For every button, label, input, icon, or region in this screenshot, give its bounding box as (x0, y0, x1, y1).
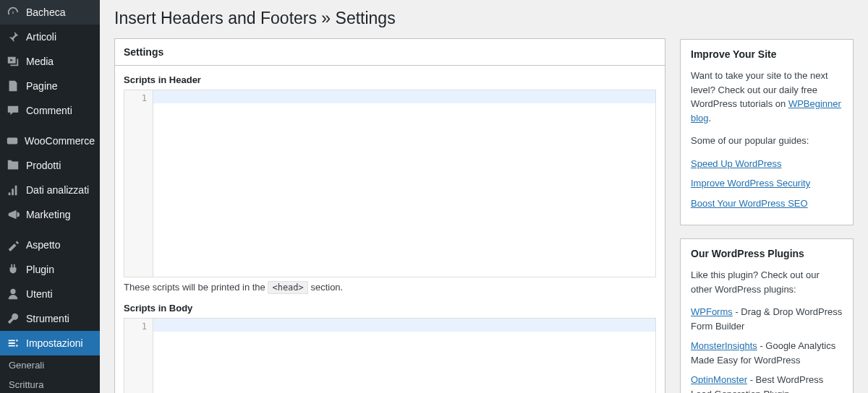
menu-item-label: Aspetto (26, 239, 60, 251)
menu-item-commenti[interactable]: Commenti (0, 98, 100, 123)
menu-item-impostazioni[interactable]: Impostazioni (0, 331, 100, 355)
plugins-title: Our WordPress Plugins (691, 248, 843, 259)
appearance-icon (6, 238, 20, 252)
menu-item-label: Pagine (26, 80, 58, 92)
scripts-body-input[interactable] (153, 319, 655, 393)
scripts-body-editor[interactable]: 1 (124, 318, 656, 393)
menu-item-aspetto[interactable]: Aspetto (0, 233, 100, 257)
menu-item-label: WooCommerce (25, 135, 95, 147)
scripts-header-label: Scripts in Header (124, 74, 656, 85)
menu-item-utenti[interactable]: Utenti (0, 282, 100, 306)
menu-item-label: Prodotti (26, 160, 61, 171)
guide-link[interactable]: Boost Your WordPress SEO (691, 198, 808, 209)
settings-icon (6, 336, 20, 350)
menu-item-label: Media (26, 56, 54, 67)
menu-item-label: Utenti (26, 288, 53, 300)
menu-item-label: Bacheca (26, 7, 65, 18)
admin-sidebar: BachecaArticoliMediaPagineCommentiWooCom… (0, 0, 100, 393)
page-title: Insert Headers and Footers » Settings (114, 9, 665, 28)
menu-item-prodotti[interactable]: Prodotti (0, 153, 100, 178)
analytics-icon (6, 183, 20, 197)
menu-item-plugin[interactable]: Plugin (0, 257, 100, 282)
editor-gutter: 1 (124, 319, 153, 393)
menu-item-label: Strumenti (26, 313, 69, 324)
menu-item-articoli[interactable]: Articoli (0, 25, 100, 49)
menu-item-strumenti[interactable]: Strumenti (0, 306, 100, 331)
improve-title: Improve Your Site (691, 48, 843, 60)
guide-link[interactable]: Speed Up WordPress (691, 158, 782, 169)
editor-gutter: 1 (124, 90, 153, 277)
plugin-link[interactable]: MonsterInsights (691, 340, 757, 351)
improve-site-box: Improve Your Site Want to take your site… (680, 39, 854, 225)
plugin-link[interactable]: OptinMonster (691, 374, 747, 385)
scripts-header-input[interactable] (153, 90, 655, 277)
pin-icon (6, 30, 20, 44)
comments-icon (6, 103, 20, 118)
woo-icon (6, 134, 19, 148)
media-icon (6, 54, 20, 69)
menu-item-woocommerce[interactable]: WooCommerce (0, 129, 100, 153)
submenu-item-generali[interactable]: Generali (0, 355, 100, 375)
plugin-link[interactable]: WPForms (691, 306, 733, 317)
plugin-item: OptinMonster - Best WordPress Lead Gener… (691, 373, 843, 393)
plugin-item: MonsterInsights - Google Analytics Made … (691, 339, 843, 367)
tools-icon (6, 311, 20, 326)
submenu-item-scrittura[interactable]: Scrittura (0, 375, 100, 393)
plugin-item: WPForms - Drag & Drop WordPress Form Bui… (691, 305, 843, 333)
menu-item-dati-analizzati[interactable]: Dati analizzati (0, 178, 100, 202)
improve-intro: Want to take your site to the next level… (691, 69, 843, 125)
head-tag-code: <head> (268, 281, 307, 294)
dashboard-icon (6, 5, 20, 20)
users-icon (6, 287, 20, 301)
guide-link[interactable]: Improve WordPress Security (691, 178, 810, 189)
our-plugins-box: Our WordPress Plugins Like this plugin? … (680, 238, 854, 393)
plugin-icon (6, 262, 20, 277)
menu-item-bacheca[interactable]: Bacheca (0, 0, 100, 25)
scripts-header-help: These scripts will be printed in the <he… (124, 282, 656, 293)
menu-item-label: Marketing (26, 209, 70, 220)
menu-item-label: Dati analizzati (26, 184, 89, 196)
menu-item-label: Commenti (26, 105, 72, 116)
menu-item-label: Articoli (26, 31, 56, 43)
guides-label: Some of our popular guides: (691, 134, 843, 148)
marketing-icon (6, 207, 20, 222)
products-icon (6, 158, 20, 173)
menu-item-pagine[interactable]: Pagine (0, 74, 100, 98)
menu-item-marketing[interactable]: Marketing (0, 202, 100, 227)
scripts-body-label: Scripts in Body (124, 303, 656, 314)
menu-item-media[interactable]: Media (0, 49, 100, 74)
pages-icon (6, 79, 20, 93)
svg-rect-0 (7, 138, 17, 144)
plugins-intro: Like this plugin? Check out our other Wo… (691, 268, 843, 296)
settings-box: Settings Scripts in Header 1 These scrip… (114, 38, 665, 393)
scripts-header-editor[interactable]: 1 (124, 90, 656, 277)
menu-item-label: Impostazioni (26, 337, 83, 349)
menu-item-label: Plugin (26, 264, 54, 275)
settings-box-title: Settings (124, 46, 656, 58)
